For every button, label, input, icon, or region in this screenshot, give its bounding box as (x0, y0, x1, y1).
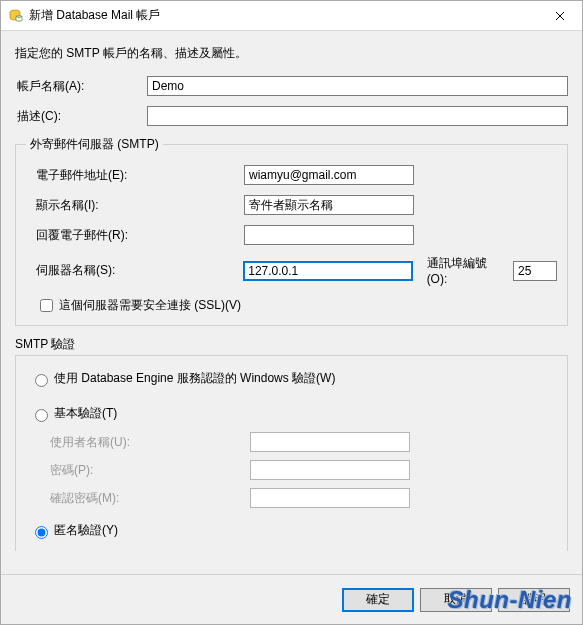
email-label: 電子郵件地址(E): (26, 167, 244, 184)
password-input[interactable] (250, 460, 410, 480)
footer: 確定 取消 說明 Shun-Nien (1, 574, 582, 624)
smtp-legend: 外寄郵件伺服器 (SMTP) (26, 136, 163, 153)
display-name-label: 顯示名稱(I): (26, 197, 244, 214)
server-row: 伺服器名稱(S): 通訊埠編號(O): (26, 255, 557, 286)
confirm-password-row: 確認密碼(M): (26, 488, 557, 508)
cancel-button[interactable]: 取消 (420, 588, 492, 612)
ok-button[interactable]: 確定 (342, 588, 414, 612)
content-area: 指定您的 SMTP 帳戶的名稱、描述及屬性。 帳戶名稱(A): 描述(C): 外… (1, 31, 582, 574)
server-input[interactable] (243, 261, 412, 281)
window-title: 新增 Database Mail 帳戶 (29, 7, 538, 24)
smtp-fieldset: 外寄郵件伺服器 (SMTP) 電子郵件地址(E): 顯示名稱(I): 回覆電子郵… (15, 136, 568, 326)
auth-windows-row: 使用 Database Engine 服務認證的 Windows 驗證(W) (26, 370, 557, 387)
reply-input[interactable] (244, 225, 414, 245)
email-input[interactable] (244, 165, 414, 185)
display-name-input[interactable] (244, 195, 414, 215)
auth-anon-label: 匿名驗證(Y) (54, 522, 118, 539)
account-name-label: 帳戶名稱(A): (15, 78, 147, 95)
display-name-row: 顯示名稱(I): (26, 195, 557, 215)
description-label: 描述(C): (15, 108, 147, 125)
ssl-label: 這個伺服器需要安全連接 (SSL)(V) (59, 297, 241, 314)
dialog-window: 新增 Database Mail 帳戶 指定您的 SMTP 帳戶的名稱、描述及屬… (0, 0, 583, 625)
auth-windows-label: 使用 Database Engine 服務認證的 Windows 驗證(W) (54, 370, 335, 387)
email-row: 電子郵件地址(E): (26, 165, 557, 185)
auth-section: SMTP 驗證 使用 Database Engine 服務認證的 Windows… (15, 336, 568, 551)
titlebar: 新增 Database Mail 帳戶 (1, 1, 582, 31)
confirm-password-input[interactable] (250, 488, 410, 508)
reply-row: 回覆電子郵件(R): (26, 225, 557, 245)
ssl-row: 這個伺服器需要安全連接 (SSL)(V) (26, 296, 557, 315)
username-label: 使用者名稱(U): (50, 434, 250, 451)
auth-basic-row: 基本驗證(T) (26, 405, 557, 422)
auth-anon-radio[interactable] (35, 526, 48, 539)
account-name-row: 帳戶名稱(A): (15, 76, 568, 96)
description-row: 描述(C): (15, 106, 568, 126)
app-icon (7, 8, 23, 24)
close-icon (555, 11, 565, 21)
username-row: 使用者名稱(U): (26, 432, 557, 452)
account-name-input[interactable] (147, 76, 568, 96)
auth-windows-radio[interactable] (35, 374, 48, 387)
confirm-password-label: 確認密碼(M): (50, 490, 250, 507)
ssl-checkbox[interactable] (40, 299, 53, 312)
username-input[interactable] (250, 432, 410, 452)
help-button[interactable]: 說明 (498, 588, 570, 612)
port-label: 通訊埠編號(O): (427, 255, 507, 286)
auth-basic-label: 基本驗證(T) (54, 405, 117, 422)
auth-anon-row: 匿名驗證(Y) (26, 522, 557, 539)
instruction-text: 指定您的 SMTP 帳戶的名稱、描述及屬性。 (15, 45, 568, 62)
server-label: 伺服器名稱(S): (26, 262, 243, 279)
password-row: 密碼(P): (26, 460, 557, 480)
close-button[interactable] (538, 1, 582, 31)
reply-label: 回覆電子郵件(R): (26, 227, 244, 244)
port-input[interactable] (513, 261, 557, 281)
password-label: 密碼(P): (50, 462, 250, 479)
auth-legend: SMTP 驗證 (15, 336, 568, 353)
description-input[interactable] (147, 106, 568, 126)
auth-body: 使用 Database Engine 服務認證的 Windows 驗證(W) 基… (15, 355, 568, 551)
auth-basic-radio[interactable] (35, 409, 48, 422)
